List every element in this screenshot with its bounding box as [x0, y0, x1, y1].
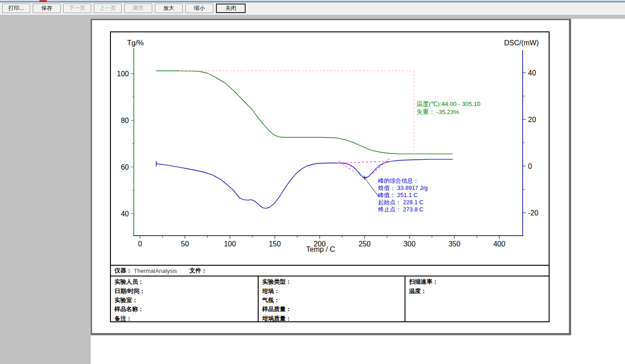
field-scan-rate: 扫描速率：	[405, 277, 549, 286]
peak-info-enthalpy: 焓值： 33.8917 J/g	[378, 184, 428, 192]
preview-background-strip	[0, 15, 625, 19]
svg-text:DSC/(mW): DSC/(mW)	[504, 39, 539, 47]
svg-text:50: 50	[181, 240, 189, 248]
tg-region-line1: 温度(℃):44.00 - 305.10	[417, 100, 480, 108]
peak-info-endset: 终止点： 273.8 C	[378, 206, 428, 213]
instrument-value: ThermalAnalysis	[134, 268, 177, 274]
svg-text:40: 40	[121, 210, 129, 218]
tg-region-annotation: 温度(℃):44.00 - 305.10 失重： -35.23%	[417, 100, 480, 116]
svg-text:-20: -20	[528, 209, 538, 217]
preview-background-left	[0, 15, 91, 364]
close-button[interactable]: 关闭	[216, 4, 246, 13]
two-page-button: 两页	[124, 4, 152, 13]
svg-text:350: 350	[449, 240, 461, 248]
sample-info-table: 实验人员： 日期/时间： 实验室： 样品名称： 备注： 实验类型： 坩埚： 气氛…	[111, 276, 549, 322]
field-datetime: 日期/时间：	[111, 286, 258, 295]
field-crucible: 坩埚：	[259, 286, 405, 295]
svg-text:Tg/%: Tg/%	[127, 39, 144, 47]
peak-info-onset: 起始点： 228.1 C	[378, 199, 428, 206]
svg-text:0: 0	[528, 162, 532, 170]
field-operator: 实验人员：	[111, 277, 258, 286]
instrument-label: 仪器：	[114, 267, 132, 275]
svg-text:100: 100	[117, 70, 129, 78]
svg-text:80: 80	[121, 117, 129, 124]
field-sample-mass: 样品质量：	[259, 305, 405, 314]
instrument-info-bar: 仪器： ThermalAnalysis 文件：	[111, 265, 549, 276]
dsc-peak-annotation: 峰的综合信息： 焓值： 33.8917 J/g 峰值： 251.1 C 起始点：…	[378, 177, 428, 213]
field-temperature: 温度：	[405, 286, 549, 295]
window-icon-fragment	[40, 0, 47, 2]
zoom-in-button[interactable]: 放大	[155, 4, 183, 13]
svg-text:250: 250	[359, 240, 371, 248]
svg-text:Temp / C: Temp / C	[306, 246, 335, 253]
field-atmosphere: 气氛：	[259, 296, 405, 305]
next-page-button: 下一页	[63, 4, 91, 13]
svg-text:20: 20	[528, 116, 536, 123]
table-column-1: 实验人员： 日期/时间： 实验室： 样品名称： 备注：	[111, 276, 259, 322]
field-crucible-mass: 坩埚质量：	[259, 314, 405, 323]
print-button[interactable]: 打印...	[2, 4, 30, 13]
svg-text:150: 150	[269, 240, 281, 248]
peak-info-peak: 峰值： 251.1 C	[378, 192, 428, 199]
print-preview-toolbar: 打印... 保存 下一页 上一页 两页 放大 缩小 关闭	[0, 2, 625, 15]
field-sample-name: 样品名称：	[111, 305, 258, 314]
chart-canvas: 05010015020025030035040010080604040200-2…	[111, 32, 549, 265]
field-remark: 备注：	[111, 314, 258, 323]
svg-text:40: 40	[528, 69, 536, 77]
field-laboratory: 实验室：	[111, 296, 258, 305]
thermal-chart: 05010015020025030035040010080604040200-2…	[111, 32, 549, 265]
svg-text:100: 100	[224, 240, 236, 248]
svg-text:0: 0	[138, 240, 142, 248]
report-frame: 05010015020025030035040010080604040200-2…	[110, 31, 550, 322]
tg-region-line2: 失重： -35.23%	[417, 108, 480, 116]
table-column-3: 扫描速率： 温度：	[405, 276, 549, 322]
peak-info-title: 峰的综合信息：	[378, 177, 428, 184]
zoom-out-button[interactable]: 缩小	[185, 4, 213, 13]
table-column-2: 实验类型： 坩埚： 气氛： 样品质量： 坩埚质量：	[259, 276, 405, 322]
field-experiment-type: 实验类型：	[259, 277, 405, 286]
svg-text:60: 60	[121, 163, 129, 171]
svg-text:400: 400	[493, 240, 506, 248]
report-page: 05010015020025030035040010080604040200-2…	[91, 19, 571, 335]
svg-text:300: 300	[404, 240, 416, 248]
save-button[interactable]: 保存	[33, 4, 61, 13]
prev-page-button: 上一页	[94, 4, 122, 13]
file-label: 文件：	[189, 267, 207, 275]
